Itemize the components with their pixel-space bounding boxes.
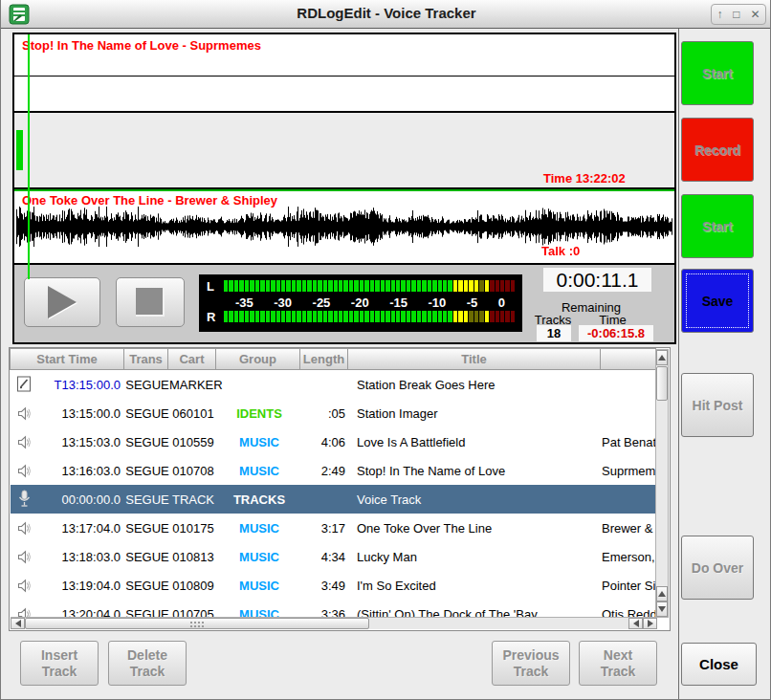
cell-group: TRACKS <box>217 492 301 507</box>
meter-segment <box>297 311 300 322</box>
save-button[interactable]: Save <box>681 269 754 333</box>
log-row[interactable]: 13:16:03.0SEGUE010708MUSIC2:49Stop! In T… <box>11 456 657 485</box>
log-row[interactable]: 13:15:00.0SEGUE060101IDENTS:05Station Im… <box>11 399 657 427</box>
play-button[interactable] <box>24 277 100 327</box>
maximize-icon[interactable]: □ <box>733 8 739 21</box>
do-over-button[interactable]: Do Over <box>681 536 754 600</box>
column-header-length[interactable]: Length <box>300 348 348 370</box>
hit-post-button[interactable]: Hit Post <box>681 373 754 437</box>
speaker-icon <box>11 520 37 536</box>
log-row[interactable]: 13:19:04.0SEGUE010809MUSIC3:49I'm So Exc… <box>11 571 657 600</box>
scroll-left-button[interactable] <box>11 618 25 629</box>
meter-segment <box>313 311 317 322</box>
meter-segment <box>328 311 332 322</box>
cell-length: :05 <box>301 406 349 421</box>
cell-trans: SEGUE <box>125 435 169 449</box>
voice-tracker-window: RDLogEdit - Voice Tracker ↑ □ ✕ Stop! In… <box>0 0 771 700</box>
track1-upper: Stop! In The Name of Love - Suprmemes <box>14 34 674 77</box>
meter-segment <box>438 311 442 322</box>
meter-segment <box>375 311 379 322</box>
cell-length: 2:49 <box>301 464 349 478</box>
meter-segment <box>511 280 515 292</box>
meter-segment <box>391 311 395 322</box>
cell-artist: Brewer & Shipley <box>602 521 657 536</box>
horizontal-scrollbar[interactable] <box>11 617 657 629</box>
scroll-up-button-2[interactable] <box>656 586 668 602</box>
vu-scale-tick: -30 <box>274 295 292 310</box>
vertical-scrollbar[interactable] <box>655 349 669 618</box>
shade-icon[interactable]: ↑ <box>716 8 722 21</box>
scroll-down-button[interactable] <box>656 602 668 617</box>
horizontal-scroll-thumb[interactable] <box>25 618 369 629</box>
title-bar[interactable]: RDLogEdit - Voice Tracker ↑ □ ✕ <box>1 0 771 29</box>
meter-segment <box>343 311 347 322</box>
column-header-trans[interactable]: Trans <box>124 348 168 370</box>
log-row[interactable]: 13:18:03.0SEGUE010813MUSIC4:34Lucky ManE… <box>11 542 657 571</box>
scroll-up-button[interactable] <box>656 350 668 365</box>
cell-trans: SEGUE <box>125 406 169 421</box>
meter-segment <box>234 311 238 322</box>
cell-trans: SEGUE <box>125 464 169 478</box>
meter-segment <box>260 311 264 322</box>
meter-segment <box>417 311 421 322</box>
track1-panel: Stop! In The Name of Love - Suprmemes <box>12 33 676 113</box>
cell-start-time: 13:15:03.0 <box>37 435 125 449</box>
meter-segment <box>479 311 483 322</box>
meter-segment <box>266 311 270 322</box>
cell-title: Stop! In The Name of Love <box>349 464 602 478</box>
meter-segment <box>490 311 494 322</box>
stop-button[interactable] <box>116 277 185 327</box>
microphone-icon <box>11 490 37 509</box>
log-row[interactable]: 00:00:00.0SEGUETRACKTRACKSVoice Track <box>11 485 657 514</box>
cell-cart: 010813 <box>169 550 217 564</box>
vu-right-bar <box>224 311 515 322</box>
scroll-left-button-2[interactable] <box>628 618 643 629</box>
cell-trans: SEGUE <box>125 550 169 564</box>
play-icon <box>48 286 77 318</box>
log-row[interactable]: T13:15:00.0SEGUEMARKERStation Break Goes… <box>11 370 657 399</box>
close-button[interactable]: Close <box>681 643 757 686</box>
close-icon[interactable]: ✕ <box>750 8 760 21</box>
meter-segment <box>354 280 358 292</box>
meter-segment <box>239 280 243 292</box>
cell-artist: Pointer Sisters <box>602 579 657 593</box>
column-header-cart[interactable]: Cart <box>168 348 216 370</box>
previous-track-button[interactable]: Previous Track <box>492 641 570 686</box>
column-header-title[interactable]: Title <box>348 348 601 370</box>
cell-trans: SEGUE <box>125 579 169 593</box>
log-row[interactable]: 13:15:03.0SEGUE010559MUSIC4:06Love Is A … <box>11 427 657 456</box>
start-track3-button[interactable]: Start <box>681 194 754 258</box>
next-track-button[interactable]: Next Track <box>579 641 657 686</box>
meter-segment <box>364 280 368 292</box>
meter-segment <box>286 311 290 322</box>
log-rows: T13:15:00.0SEGUEMARKERStation Break Goes… <box>11 370 657 618</box>
vertical-scroll-thumb[interactable] <box>656 366 668 401</box>
vu-right-label: R <box>207 310 224 324</box>
meter-segment <box>307 280 311 292</box>
meter-segment <box>343 280 347 292</box>
cell-group: MUSIC <box>217 521 301 536</box>
log-row[interactable]: 13:17:04.0SEGUE010175MUSIC3:17One Toke O… <box>11 514 657 542</box>
meter-segment <box>292 311 296 322</box>
meter-segment <box>349 280 353 292</box>
meter-segment <box>422 311 426 322</box>
meter-segment <box>448 280 452 292</box>
meter-segment <box>297 280 300 292</box>
log-row[interactable]: 13:20:04.0SEGUE010705MUSIC3:36(Sittin' O… <box>11 600 657 618</box>
column-header-group[interactable]: Group <box>216 348 300 370</box>
column-header-start-time[interactable]: Start Time <box>10 348 124 370</box>
insert-track-button[interactable]: Insert Track <box>20 641 99 686</box>
cell-length: 4:34 <box>301 550 349 564</box>
track3-accent <box>14 189 674 191</box>
column-header-blank[interactable] <box>601 348 656 370</box>
cell-start-time: 13:15:00.0 <box>37 406 125 421</box>
meter-segment <box>438 280 442 292</box>
delete-track-button[interactable]: Delete Track <box>108 641 187 686</box>
start-track1-button[interactable]: Start <box>681 41 754 105</box>
record-progress-bar <box>16 130 23 170</box>
cell-cart: MARKER <box>169 378 217 392</box>
scroll-right-button[interactable] <box>643 618 657 629</box>
cell-title: Lucky Man <box>349 550 602 564</box>
record-button[interactable]: Record <box>681 118 754 182</box>
meter-segment <box>245 311 249 322</box>
